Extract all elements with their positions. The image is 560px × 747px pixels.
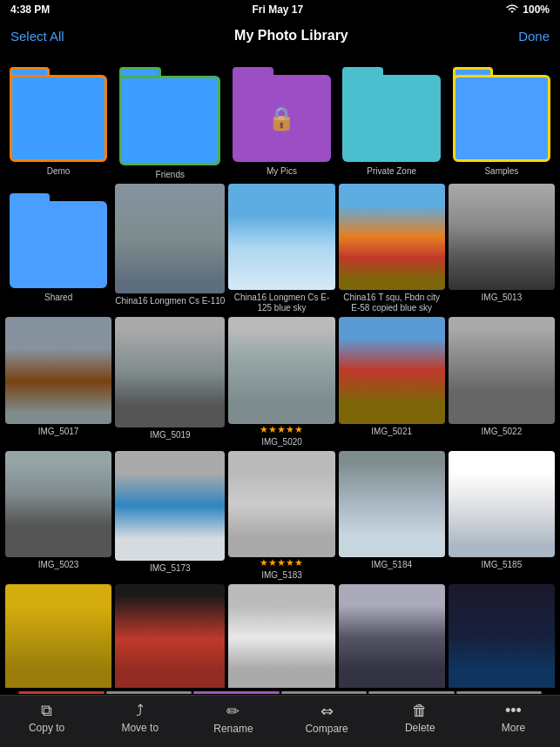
photo-thumb[interactable] <box>228 451 334 557</box>
photo-grid-scroll[interactable]: Demo Friends 🔒 My Pics <box>0 52 560 688</box>
photo-label: IMG_5185 <box>449 560 555 570</box>
folder-thumb <box>339 57 445 164</box>
folder-label: Samples <box>449 166 555 177</box>
photo-thumb[interactable] <box>449 584 555 688</box>
photo-label: China16 Longmen Cs E-125 blue sky <box>228 293 334 313</box>
list-item[interactable]: IMG_5173 <box>115 451 225 581</box>
list-item[interactable]: IMG_5184 <box>339 451 445 581</box>
list-item[interactable]: ★★★★★ IMG_5183 <box>228 451 334 581</box>
photo-image <box>228 184 334 290</box>
photo-image <box>5 317 111 423</box>
folder-thumb <box>115 57 225 167</box>
compare-button[interactable]: ⇔ Compare <box>280 696 374 740</box>
photo-thumb[interactable] <box>115 451 225 561</box>
progress-segment <box>193 691 280 694</box>
photo-label: IMG_5183 <box>228 570 334 581</box>
compare-label: Compare <box>305 723 347 735</box>
move-label: Move to <box>121 722 159 734</box>
list-item[interactable]: IMG_5308 <box>228 584 334 688</box>
battery-text: 100% <box>523 3 550 16</box>
list-item[interactable]: China16 Longmen Cs E-125 blue sky <box>228 184 334 313</box>
photo-image <box>228 584 334 688</box>
star-rating: ★★★★★ <box>260 425 303 434</box>
list-item[interactable]: IMG_5319 <box>339 584 445 688</box>
photo-label: IMG_5022 <box>449 427 555 437</box>
list-item[interactable]: Samples <box>449 57 555 180</box>
progress-segment <box>281 691 368 694</box>
folder-label: Friends <box>115 170 225 180</box>
wifi-icon <box>505 4 519 15</box>
folder-label: Private Zone <box>339 166 445 177</box>
photo-thumb[interactable] <box>339 317 445 423</box>
photo-thumb[interactable] <box>449 317 555 423</box>
done-button[interactable]: Done <box>518 29 550 44</box>
photo-label: IMG_5023 <box>5 560 111 570</box>
list-item[interactable]: IMG_5013 <box>449 184 555 313</box>
photo-thumb[interactable] <box>5 584 111 688</box>
photo-thumb[interactable] <box>228 584 334 688</box>
progress-segment <box>456 691 543 694</box>
photo-image <box>115 451 225 561</box>
list-item[interactable]: ★★★★★ IMG_5020 <box>228 317 334 447</box>
select-all-button[interactable]: Select All <box>10 29 64 44</box>
photo-thumb[interactable] <box>339 184 445 290</box>
list-item[interactable]: IMG_5022 <box>449 317 555 447</box>
list-item[interactable]: Private Zone <box>339 57 445 180</box>
copy-label: Copy to <box>29 722 64 734</box>
list-item[interactable]: IMG_5017 <box>5 317 111 447</box>
list-item[interactable]: IMG_5420 <box>449 584 555 688</box>
photo-grid: Demo Friends 🔒 My Pics <box>5 57 555 688</box>
list-item[interactable]: China16 Longmen Cs E-110 <box>115 184 225 313</box>
list-item[interactable]: China16 T squ, Fbdn city E-58 copied blu… <box>339 184 445 313</box>
photo-thumb[interactable] <box>339 451 445 557</box>
list-item[interactable]: IMG_5021 <box>339 317 445 447</box>
folder-thumb <box>5 57 111 164</box>
folder-shape <box>119 76 220 165</box>
photo-thumb[interactable] <box>115 184 225 293</box>
photo-thumb[interactable] <box>115 584 225 688</box>
move-button[interactable]: ⤴ Move to <box>93 696 186 740</box>
list-item[interactable]: IMG_5195 <box>5 584 111 688</box>
folder-shape <box>10 75 107 162</box>
list-item[interactable]: Shared <box>5 184 111 313</box>
photo-image <box>5 584 111 688</box>
photo-image <box>449 317 555 423</box>
photo-thumb[interactable] <box>449 184 555 290</box>
photo-image <box>339 317 445 423</box>
progress-segment <box>18 691 105 694</box>
photo-label: China16 Longmen Cs E-110 <box>115 296 225 306</box>
delete-icon: 🗑 <box>412 702 428 720</box>
list-item[interactable]: IMG_5023 <box>5 451 111 581</box>
list-item[interactable]: Demo <box>5 57 111 180</box>
photo-thumb[interactable] <box>115 317 225 427</box>
star-rating: ★★★★★ <box>260 558 303 568</box>
photo-label: IMG_5019 <box>115 430 225 441</box>
list-item[interactable]: Friends <box>115 57 225 180</box>
list-item[interactable]: IMG_5301 <box>115 584 225 688</box>
photo-thumb[interactable] <box>5 451 111 557</box>
photo-thumb[interactable] <box>339 584 445 688</box>
photo-thumb[interactable] <box>5 317 111 423</box>
list-item[interactable]: IMG_5019 <box>115 317 225 447</box>
rename-label: Rename <box>213 723 253 735</box>
folder-label: Demo <box>5 166 111 177</box>
delete-label: Delete <box>405 722 435 734</box>
photo-thumb[interactable] <box>449 451 555 557</box>
photo-image <box>339 584 445 688</box>
copy-button[interactable]: ⧉ Copy to <box>0 696 93 740</box>
photo-image <box>339 184 445 290</box>
more-button[interactable]: ••• More <box>467 696 560 740</box>
lock-icon: 🔒 <box>267 105 295 132</box>
status-battery: 100% <box>505 3 550 16</box>
rename-button[interactable]: ✏ Rename <box>186 696 280 740</box>
folder-thumb: 🔒 <box>228 57 334 164</box>
photo-thumb[interactable] <box>228 317 334 423</box>
delete-button[interactable]: 🗑 Delete <box>374 696 467 740</box>
photo-image <box>339 451 445 557</box>
photo-thumb[interactable] <box>228 184 334 290</box>
move-icon: ⤴ <box>136 702 144 720</box>
list-item[interactable]: 🔒 My Pics <box>228 57 334 180</box>
folder-shape: 🔒 <box>233 75 330 162</box>
status-day: Fri May 17 <box>252 3 303 16</box>
list-item[interactable]: IMG_5185 <box>449 451 555 581</box>
